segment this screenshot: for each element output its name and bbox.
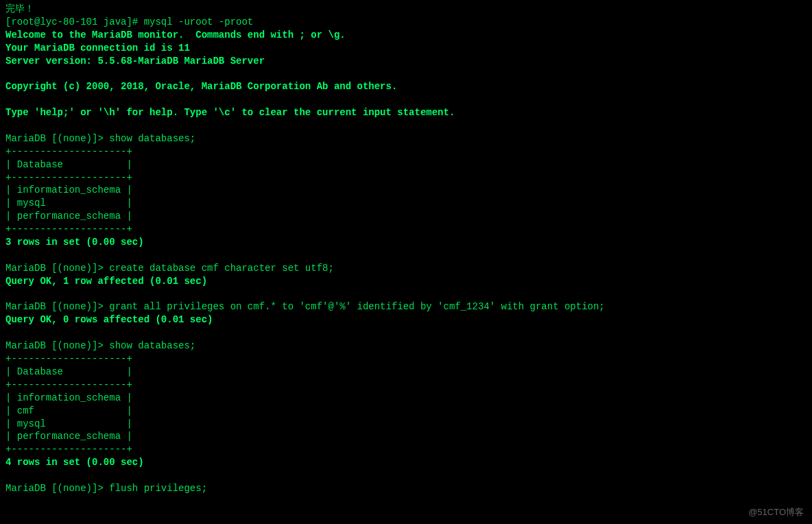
- terminal-line: 完毕！: [5, 3, 807, 16]
- terminal-line: [5, 93, 807, 106]
- terminal-line: Server version: 5.5.68-MariaDB MariaDB S…: [5, 55, 807, 68]
- terminal-line: Copyright (c) 2000, 2018, Oracle, MariaD…: [5, 80, 807, 93]
- terminal-line: 3 rows in set (0.00 sec): [5, 236, 807, 249]
- terminal-line: | information_schema |: [5, 184, 807, 197]
- terminal-line: +--------------------+: [5, 443, 807, 456]
- terminal-line: [5, 249, 807, 262]
- terminal-line: | mysql |: [5, 418, 807, 431]
- terminal-line: MariaDB [(none)]> show databases;: [5, 132, 807, 145]
- terminal-line: [5, 469, 807, 482]
- terminal-line: | Database |: [5, 366, 807, 379]
- terminal-line: | mysql |: [5, 197, 807, 210]
- terminal-line: [5, 326, 807, 340]
- terminal-line: MariaDB [(none)]> grant all privileges o…: [5, 300, 807, 313]
- terminal-line: | performance_schema |: [5, 430, 807, 443]
- terminal-line: Your MariaDB connection id is 11: [5, 42, 807, 55]
- terminal-line: [root@lyc-80-101 java]# mysql -uroot -pr…: [5, 16, 807, 29]
- terminal-line: [5, 67, 807, 80]
- terminal-line: [5, 288, 807, 301]
- terminal-line: Query OK, 0 rows affected (0.01 sec): [5, 313, 807, 326]
- terminal-line: [5, 119, 807, 132]
- terminal-line: Type 'help;' or '\h' for help. Type '\c'…: [5, 106, 807, 119]
- terminal-line: +--------------------+: [5, 223, 807, 236]
- terminal-line: | performance_schema |: [5, 210, 807, 223]
- terminal-line: MariaDB [(none)]> flush privileges;: [5, 482, 807, 495]
- terminal-line: +--------------------+: [5, 171, 807, 184]
- terminal-line: +--------------------+: [5, 353, 807, 366]
- terminal-line: | information_schema |: [5, 392, 807, 405]
- terminal-line: Query OK, 1 row affected (0.01 sec): [5, 275, 807, 288]
- terminal-line: | Database |: [5, 158, 807, 171]
- terminal-line: +--------------------+: [5, 145, 807, 158]
- terminal-line: 4 rows in set (0.00 sec): [5, 456, 807, 469]
- terminal-line: +--------------------+: [5, 379, 807, 392]
- watermark: @51CTO博客: [748, 506, 804, 519]
- terminal-line: MariaDB [(none)]> create database cmf ch…: [5, 262, 807, 275]
- terminal-line: MariaDB [(none)]> show databases;: [5, 340, 807, 353]
- terminal-line: | cmf |: [5, 405, 807, 418]
- terminal-output[interactable]: 完毕！[root@lyc-80-101 java]# mysql -uroot …: [5, 3, 807, 495]
- terminal-line: Welcome to the MariaDB monitor. Commands…: [5, 29, 807, 42]
